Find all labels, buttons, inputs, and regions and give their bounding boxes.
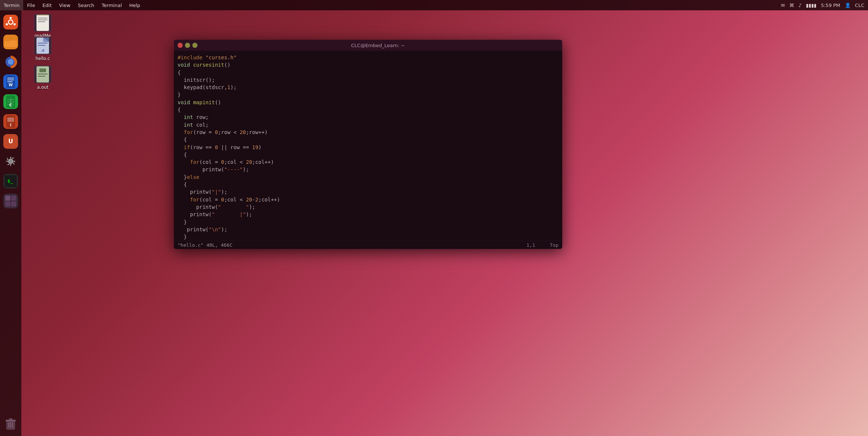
code-line-21: printw("|"); — [178, 188, 559, 196]
code-line-13: for(row = 0;row < 20;row++) — [178, 129, 559, 136]
status-position: 1,1 — [526, 242, 535, 248]
svg-rect-49 — [38, 45, 45, 46]
svg-rect-12 — [7, 78, 14, 78]
code-line-25: } — [178, 218, 559, 226]
dock-libreoffice-impress[interactable]: I — [2, 113, 20, 130]
dock-ubuntu-home[interactable] — [2, 13, 20, 31]
svg-rect-54 — [38, 76, 45, 77]
desktop-file-readme[interactable]: readMe — [28, 14, 57, 38]
user-icon[interactable]: 👤 — [845, 3, 851, 8]
menu-bar-right: ✉ ⌘ ♪ ▮▮▮▮ 5:59 PM 👤 CLC — [781, 3, 868, 8]
libreoffice-writer-icon: W — [3, 74, 18, 89]
code-line-3: { — [178, 69, 559, 76]
svg-rect-44 — [38, 21, 45, 22]
svg-text:C: C — [9, 103, 12, 107]
code-line-16: { — [178, 151, 559, 158]
terminal-body[interactable]: #include "curses.h" void cursesinit() { … — [174, 51, 562, 241]
hello-c-file-label: hello.c — [35, 56, 50, 61]
settings-gear-icon — [3, 154, 18, 169]
menu-bar: Termin File Edit View Search Terminal He… — [0, 0, 868, 10]
menu-search[interactable]: Search — [74, 0, 98, 10]
terminal-statusbar: "hello.c" 40L, 466C 1,1 Top — [174, 241, 562, 249]
dock-libreoffice-calc[interactable]: C — [2, 93, 20, 110]
ubuntu-logo-icon — [3, 15, 18, 29]
dock-settings[interactable] — [2, 152, 20, 170]
readme-file-icon — [34, 14, 52, 32]
code-line-18: printw("----"); — [178, 166, 559, 173]
firefox-icon — [3, 54, 18, 69]
svg-rect-48 — [38, 43, 48, 43]
svg-rect-42 — [38, 18, 48, 18]
code-line-12: int col; — [178, 121, 559, 129]
svg-text:I: I — [10, 123, 11, 127]
desktop-file-hello-c[interactable]: .c hello.c — [28, 37, 57, 61]
svg-rect-32 — [5, 201, 10, 207]
svg-marker-52 — [39, 68, 46, 72]
mail-icon[interactable]: ✉ — [781, 3, 785, 8]
dock-terminal[interactable]: $_ — [2, 172, 20, 190]
dock-libreoffice-writer[interactable]: W — [2, 73, 20, 91]
dock: W C I — [0, 10, 21, 436]
svg-point-3 — [6, 23, 8, 25]
code-line-14: { — [178, 136, 559, 143]
menu-file[interactable]: File — [23, 0, 39, 10]
battery-indicator[interactable]: ▮▮▮▮ — [806, 3, 817, 8]
menu-terminal[interactable]: Terminal — [98, 0, 126, 10]
desktop-file-a-out[interactable]: a.out — [28, 66, 57, 90]
svg-rect-30 — [5, 196, 10, 201]
status-scroll: Top — [550, 242, 559, 248]
network-icon[interactable]: ⌘ — [789, 3, 794, 8]
window-controls — [178, 43, 197, 48]
window-maximize-button[interactable] — [192, 43, 197, 48]
code-line-23: printw(" "); — [178, 203, 559, 211]
libreoffice-calc-icon: C — [3, 94, 18, 109]
menu-edit[interactable]: Edit — [39, 0, 55, 10]
svg-rect-31 — [11, 196, 16, 201]
workspace-switcher-icon — [3, 194, 18, 208]
svg-rect-36 — [9, 418, 13, 420]
menu-app-name[interactable]: Termin — [0, 0, 23, 10]
code-line-1: #include "curses.h" — [178, 54, 559, 61]
code-line-11: int row; — [178, 113, 559, 121]
window-close-button[interactable] — [178, 43, 183, 48]
svg-rect-53 — [38, 74, 48, 74]
svg-rect-13 — [7, 80, 14, 80]
hello-c-file-icon: .c — [34, 37, 52, 54]
code-line-5: initscr(); — [178, 76, 559, 84]
menu-help[interactable]: Help — [126, 0, 144, 10]
code-line-10: { — [178, 106, 559, 113]
dock-trash[interactable] — [2, 415, 20, 433]
svg-rect-41 — [36, 15, 49, 16]
menu-bar-left: Termin File Edit View Search Terminal He… — [0, 0, 144, 10]
code-line-9: void mapinit() — [178, 99, 559, 106]
code-line-22: for(col = 0;col < 20-2;col++) — [178, 196, 559, 203]
svg-rect-14 — [7, 81, 13, 82]
volume-icon[interactable]: ♪ — [798, 3, 801, 8]
terminal-title: CLC@Embed_Learn: ~ — [197, 43, 559, 48]
clock-display: 5:59 PM — [821, 3, 840, 8]
dock-firefox[interactable] — [2, 53, 20, 71]
code-line-26: printw("\n"); — [178, 226, 559, 233]
status-right: 1,1 Top — [526, 242, 559, 248]
svg-text:U: U — [8, 138, 13, 145]
svg-rect-43 — [38, 20, 48, 20]
user-name: CLC — [855, 3, 864, 8]
window-minimize-button[interactable] — [185, 43, 190, 48]
a-out-file-icon — [34, 66, 52, 83]
code-line-19: }else — [178, 173, 559, 181]
svg-point-27 — [8, 159, 13, 164]
svg-rect-8 — [5, 38, 10, 41]
menu-view[interactable]: View — [55, 0, 74, 10]
terminal-titlebar: CLC@Embed_Learn: ~ — [174, 40, 562, 51]
status-filename: "hello.c" 40L, 466C — [178, 242, 232, 248]
code-line-20: { — [178, 181, 559, 188]
a-out-file-label: a.out — [37, 85, 49, 90]
trash-icon — [3, 417, 18, 432]
svg-point-2 — [10, 17, 12, 19]
svg-point-10 — [8, 59, 14, 65]
dock-workspace-switcher[interactable] — [2, 192, 20, 210]
code-line-2: void cursesinit() — [178, 61, 559, 68]
svg-text:W: W — [8, 83, 13, 87]
dock-folder[interactable] — [2, 33, 20, 51]
dock-ubuntu-one[interactable]: U — [2, 133, 20, 150]
